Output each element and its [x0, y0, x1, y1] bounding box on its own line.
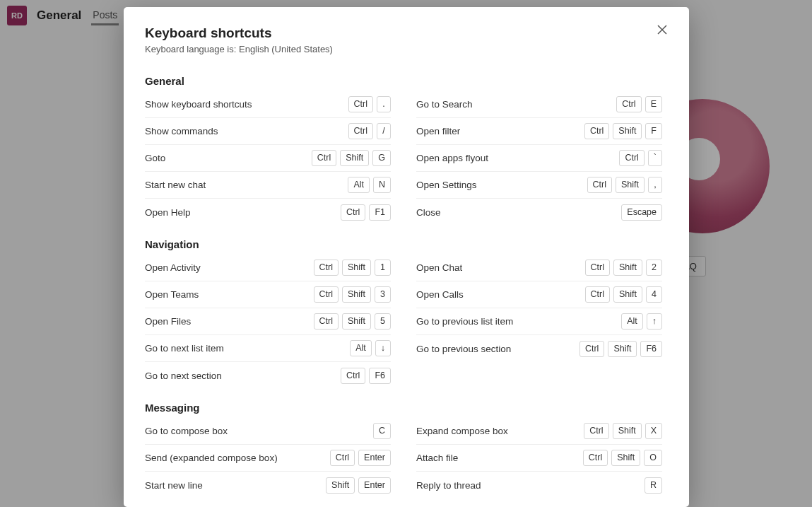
kbd-key: Ctrl — [584, 423, 608, 439]
kbd-key: Ctrl — [312, 150, 336, 166]
close-button[interactable] — [654, 21, 671, 38]
kbd-key: Shift — [613, 423, 642, 439]
kbd-key: Shift — [613, 123, 642, 139]
kbd-key: Shift — [616, 177, 645, 193]
kbd-key: F — [645, 123, 662, 139]
shortcut-row: Go to compose boxC — [145, 418, 391, 445]
shortcut-keys: CtrlShiftX — [584, 423, 662, 439]
shortcut-label: Open Files — [145, 316, 191, 327]
shortcut-keys: AltN — [348, 177, 391, 193]
close-icon — [657, 25, 667, 35]
shortcut-row: Reply to threadR — [416, 472, 662, 499]
section-heading: General — [145, 75, 662, 87]
shortcut-row: Open ChatCtrlShift2 — [416, 255, 662, 281]
kbd-key: Shift — [613, 260, 642, 276]
shortcut-label: Open Settings — [416, 180, 477, 190]
shortcut-row: Show commandsCtrl/ — [145, 118, 391, 145]
kbd-key: 5 — [375, 313, 391, 330]
shortcut-row: Expand compose boxCtrlShiftX — [416, 418, 662, 445]
kbd-key: Ctrl — [330, 450, 355, 466]
kbd-key: Ctrl — [314, 313, 339, 330]
shortcut-row: CloseEscape — [416, 199, 662, 226]
kbd-key: Ctrl — [314, 260, 339, 276]
shortcut-keys: CtrlEnter — [330, 450, 391, 466]
kbd-key: / — [377, 123, 391, 139]
shortcut-label: Reply to thread — [416, 480, 481, 491]
shortcut-label: Open apps flyout — [416, 153, 488, 163]
section-columns: Open ActivityCtrlShift1Open TeamsCtrlShi… — [145, 255, 662, 389]
shortcut-label: Start new line — [145, 480, 203, 491]
kbd-key: Ctrl — [619, 150, 644, 166]
shortcut-row: Go to previous sectionCtrlShiftF6 — [416, 335, 662, 362]
shortcut-label: Close — [416, 207, 441, 218]
kbd-key: F1 — [369, 204, 391, 221]
shortcut-label: Start new chat — [145, 180, 206, 190]
column-left: Open ActivityCtrlShift1Open TeamsCtrlShi… — [145, 255, 391, 389]
kbd-key: Escape — [621, 204, 662, 221]
kbd-key: ↓ — [375, 340, 391, 356]
shortcut-keys: Escape — [621, 204, 662, 221]
kbd-key: R — [645, 477, 662, 494]
shortcut-keys: CtrlShift, — [587, 177, 662, 193]
kbd-key: F6 — [369, 368, 391, 384]
shortcut-row: Start new lineShiftEnter — [145, 472, 391, 499]
shortcut-keys: ShiftEnter — [326, 477, 391, 494]
kbd-key: , — [648, 177, 662, 193]
shortcut-row: Go to SearchCtrlE — [416, 91, 662, 118]
kbd-key: Shift — [342, 286, 371, 303]
section-columns: Go to compose boxCSend (expanded compose… — [145, 418, 662, 499]
shortcut-label: Open Teams — [145, 289, 199, 300]
kbd-key: G — [372, 150, 391, 166]
kbd-key: Ctrl — [584, 123, 609, 139]
kbd-key: Ctrl — [341, 368, 365, 384]
shortcut-keys: Ctrl/ — [348, 123, 391, 139]
kbd-key: Ctrl — [341, 204, 365, 221]
kbd-key: Ctrl — [583, 450, 608, 466]
kbd-key: Ctrl — [585, 286, 610, 303]
kbd-key: Enter — [358, 477, 391, 494]
shortcut-label: Open Help — [145, 207, 191, 218]
shortcut-keys: Alt↑ — [621, 313, 662, 330]
section-heading: Messaging — [145, 402, 662, 414]
column-right: Go to SearchCtrlEOpen filterCtrlShiftFOp… — [416, 91, 662, 226]
kbd-key: . — [377, 96, 391, 112]
shortcut-keys: CtrlShift2 — [585, 260, 662, 276]
shortcut-label: Open Chat — [416, 262, 462, 273]
dialog-title: Keyboard shortcuts — [145, 25, 668, 41]
shortcut-keys: CtrlShiftF — [584, 123, 662, 139]
kbd-key: 4 — [646, 286, 662, 303]
kbd-key: Shift — [342, 313, 371, 330]
kbd-key: Shift — [613, 286, 642, 303]
kbd-key: E — [645, 96, 662, 112]
column-right: Open ChatCtrlShift2Open CallsCtrlShift4G… — [416, 255, 662, 389]
shortcut-keys: CtrlShift5 — [314, 313, 391, 330]
shortcut-keys: CtrlShift3 — [314, 286, 391, 303]
shortcut-row: Show keyboard shortcutsCtrl. — [145, 91, 391, 118]
dialog-subtitle: Keyboard language is: English (United St… — [145, 44, 668, 54]
kbd-key: Shift — [326, 477, 355, 494]
kbd-key: Enter — [358, 450, 391, 466]
shortcut-keys: CtrlF6 — [341, 368, 391, 384]
shortcut-keys: CtrlF1 — [341, 204, 391, 221]
shortcut-label: Show commands — [145, 126, 218, 136]
column-left: Show keyboard shortcutsCtrl.Show command… — [145, 91, 391, 226]
shortcut-label: Go to Search — [416, 99, 473, 110]
kbd-key: C — [373, 423, 391, 439]
shortcut-label: Go to previous section — [416, 344, 511, 354]
kbd-key: 3 — [375, 286, 391, 303]
shortcut-keys: R — [645, 477, 662, 494]
shortcut-row: Open apps flyoutCtrl` — [416, 145, 662, 172]
shortcut-row: Go to next sectionCtrlF6 — [145, 362, 391, 389]
shortcut-label: Open Activity — [145, 262, 201, 273]
kbd-key: ↑ — [647, 313, 662, 330]
shortcut-keys: Ctrl. — [348, 96, 391, 112]
column-right: Expand compose boxCtrlShiftXAttach fileC… — [416, 418, 662, 499]
kbd-key: X — [645, 423, 662, 439]
kbd-key: Ctrl — [348, 96, 373, 112]
shortcut-row: Send (expanded compose box)CtrlEnter — [145, 445, 391, 472]
kbd-key: Shift — [342, 260, 371, 276]
shortcut-row: Open SettingsCtrlShift, — [416, 172, 662, 199]
dialog-body[interactable]: GeneralShow keyboard shortcutsCtrl.Show … — [124, 75, 683, 507]
column-left: Go to compose boxCSend (expanded compose… — [145, 418, 391, 499]
kbd-key: F6 — [640, 341, 662, 357]
